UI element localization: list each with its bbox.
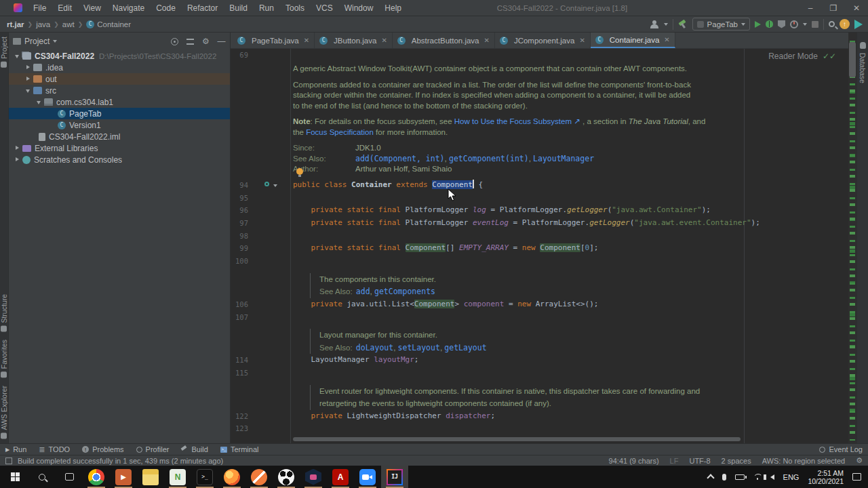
toolwindow-run[interactable]: Run [5, 445, 26, 453]
doc-link[interactable]: Focus Specification [306, 128, 374, 136]
aws-region-status[interactable]: AWS: No region selected [762, 457, 845, 465]
taskbar-app-acrobat[interactable] [327, 466, 354, 488]
chevron-expanded-icon[interactable] [25, 87, 31, 94]
chevron-collapsed-icon[interactable] [25, 64, 31, 70]
run-config-select[interactable]: PageTab [692, 18, 750, 30]
taskbar-app-hexagon[interactable] [300, 466, 327, 488]
doc-link[interactable]: add [356, 287, 370, 296]
taskbar-app-chrome[interactable] [83, 466, 110, 488]
tree-item-iml-file[interactable]: CS304-Fall2022.iml [9, 131, 230, 142]
locate-file-icon[interactable] [170, 37, 179, 46]
project-view-selector[interactable]: Project [13, 37, 57, 46]
menu-build[interactable]: Build [224, 1, 253, 15]
menu-edit[interactable]: Edit [52, 1, 77, 15]
close-icon[interactable]: ✕ [579, 37, 585, 44]
chevron-collapsed-icon[interactable] [14, 145, 20, 151]
battery-icon[interactable] [735, 474, 745, 480]
profiler-button[interactable] [790, 20, 798, 28]
tool-stripe-aws-explorer[interactable]: AWS Explorer [0, 382, 8, 443]
coverage-button[interactable] [778, 20, 785, 28]
build-hammer-icon[interactable] [678, 20, 688, 29]
doc-link[interactable]: How to Use the Focus Subsystem ↗ [454, 117, 580, 125]
toolwindow-profiler[interactable]: Profiler [136, 445, 170, 453]
close-icon[interactable]: ✕ [664, 36, 669, 43]
file-encoding[interactable]: UTF-8 [689, 457, 710, 465]
taskbar-app-postman[interactable] [245, 466, 273, 488]
breadcrumb-rtjar[interactable]: rt.jar [7, 20, 24, 28]
breadcrumb-awt[interactable]: awt [62, 20, 75, 28]
taskbar-app-panda[interactable] [273, 466, 300, 488]
tool-window-switcher-icon[interactable] [5, 458, 12, 464]
gear-icon[interactable]: ⚙ [856, 456, 863, 465]
chevron-collapsed-icon[interactable] [25, 76, 31, 82]
code-editor[interactable]: Reader Mode ✓✓ 69 A generic Abstract Win… [231, 49, 848, 443]
tab-container-java[interactable]: C Container.java ✕ [591, 33, 675, 48]
clock[interactable]: 2:51 AM 10/20/2021 [808, 469, 844, 485]
doc-link[interactable]: add(Component, int) [355, 154, 445, 163]
tree-item-idea[interactable]: .idea [9, 62, 230, 73]
taskbar-app-notepadpp[interactable] [164, 466, 191, 488]
doc-link[interactable]: setLayout [398, 343, 440, 352]
tree-item-pagetab[interactable]: C PageTab [9, 108, 230, 119]
tree-item-src[interactable]: src [9, 85, 230, 96]
menu-help[interactable]: Help [379, 1, 407, 15]
close-icon[interactable]: ✕ [304, 37, 309, 44]
toolwindow-problems[interactable]: ! Problems [82, 445, 123, 453]
task-view-button[interactable] [56, 466, 83, 488]
toolwindow-todo[interactable]: TODO [39, 445, 70, 454]
editor-scrollbar-stripe[interactable] [848, 33, 856, 443]
close-button[interactable]: ✕ [845, 0, 868, 16]
tab-jcomponent-java[interactable]: C JComponent.java ✕ [495, 33, 591, 48]
settings-gear-icon[interactable]: ⚙ [201, 37, 210, 46]
menu-refactor[interactable]: Refactor [182, 1, 223, 15]
event-log-button[interactable]: Event Log [819, 445, 863, 453]
show-hidden-icons-chevron[interactable] [707, 474, 714, 481]
menu-window[interactable]: Window [339, 1, 379, 15]
intention-bulb-icon[interactable] [296, 168, 303, 175]
taskbar-app-terminal[interactable] [191, 466, 218, 488]
breadcrumb-container[interactable]: Container [97, 20, 131, 28]
plugin-icon[interactable] [854, 20, 863, 29]
tab-pagetab-java[interactable]: C PageTab.java ✕ [233, 33, 315, 48]
chevron-collapsed-icon[interactable] [14, 157, 20, 163]
doc-link[interactable]: LayoutManager [533, 154, 594, 163]
tab-abstractbutton-java[interactable]: C AbstractButton.java ✕ [393, 33, 495, 48]
menu-file[interactable]: File [28, 1, 52, 15]
tree-item-scratches[interactable]: Scratches and Consoles [9, 154, 230, 165]
tool-stripe-structure[interactable]: Structure [0, 290, 8, 336]
tool-stripe-project[interactable]: Project [0, 33, 8, 72]
toolwindow-terminal[interactable]: >_ Terminal [220, 445, 259, 453]
taskbar-app-media-player[interactable] [110, 466, 137, 488]
taskbar-search-button[interactable] [28, 466, 56, 488]
doc-link[interactable]: getComponents [374, 287, 435, 296]
line-separator[interactable]: LF [670, 457, 679, 465]
wifi-icon[interactable] [753, 474, 762, 480]
code-with-me-icon[interactable] [650, 20, 659, 28]
minimize-button[interactable]: – [799, 0, 822, 16]
taskbar-app-meeting[interactable] [354, 466, 381, 488]
debug-button[interactable] [766, 20, 773, 28]
taskbar-app-explorer[interactable] [137, 466, 164, 488]
run-button[interactable] [755, 21, 761, 28]
close-icon[interactable]: ✕ [484, 37, 490, 44]
toolwindow-build[interactable]: Build [181, 445, 208, 453]
maximize-button[interactable]: ❐ [822, 0, 845, 16]
reader-mode-toggle[interactable]: Reader Mode ✓✓ [768, 52, 836, 61]
hide-panel-icon[interactable]: — [217, 37, 226, 46]
close-icon[interactable]: ✕ [381, 37, 387, 44]
doc-link[interactable]: getComponent(int) [449, 154, 529, 163]
tree-item-external-libraries[interactable]: External Libraries [9, 142, 230, 154]
tool-stripe-favorites[interactable]: Favorites [0, 336, 8, 382]
taskbar-app-intellij[interactable] [381, 466, 408, 488]
tool-stripe-database[interactable]: Database [859, 49, 867, 87]
microphone-icon[interactable] [722, 474, 726, 481]
overridden-marker-icon[interactable] [264, 182, 269, 186]
chevron-expanded-icon[interactable] [14, 53, 20, 59]
collapse-all-icon[interactable] [186, 37, 195, 46]
scrollbar-thumb[interactable] [849, 42, 856, 77]
search-everywhere-icon[interactable] [829, 21, 835, 27]
menu-code[interactable]: Code [151, 1, 181, 15]
tree-item-version1[interactable]: C Version1 [9, 119, 230, 131]
tab-jbutton-java[interactable]: C JButton.java ✕ [315, 33, 393, 48]
breadcrumb-java[interactable]: java [36, 20, 50, 28]
